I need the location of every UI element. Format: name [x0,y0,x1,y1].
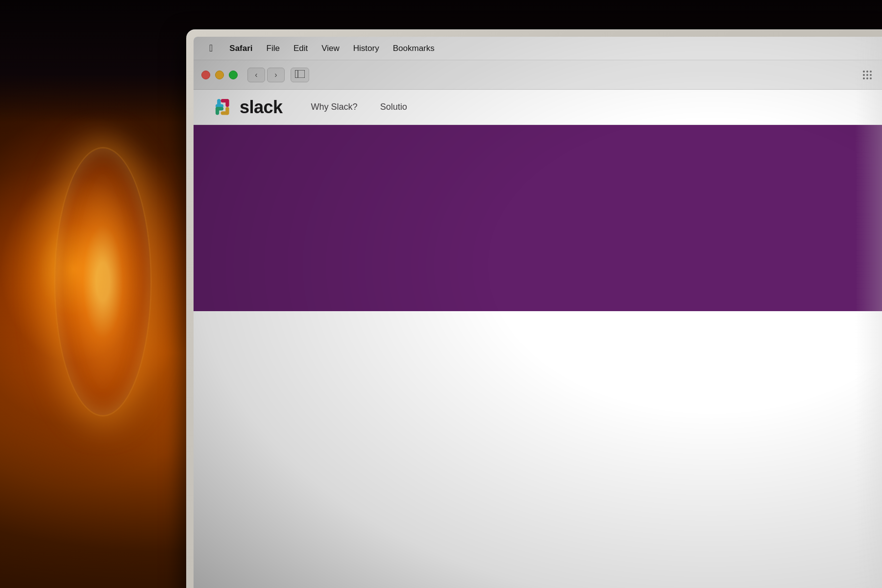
nav-solutions[interactable]: Solutio [376,100,411,114]
svg-rect-1 [295,70,305,78]
slack-navbar: slack Why Slack? Solutio [194,90,882,125]
svg-point-6 [866,74,868,76]
grid-view-button[interactable] [858,68,877,82]
svg-point-2 [863,71,865,73]
minimize-button[interactable] [215,71,224,79]
forward-icon: › [274,71,277,79]
slack-wordmark-text: slack [240,97,283,118]
svg-point-4 [870,71,872,73]
svg-point-7 [870,74,872,76]
laptop-screen:  Safari File Edit View History Bookmark… [194,37,882,588]
svg-rect-0 [295,70,298,78]
svg-rect-14 [216,107,223,110]
laptop-bezel:  Safari File Edit View History Bookmark… [186,29,882,588]
browser-toolbar: ‹ › [194,60,882,90]
webpage-content: slack Why Slack? Solutio [194,90,882,588]
sidebar-toggle-icon [295,70,305,79]
nav-buttons: ‹ › [247,68,285,82]
maximize-button[interactable] [229,71,238,79]
menubar-history[interactable]: History [346,42,386,55]
slack-logo[interactable]: slack [213,97,283,118]
slack-hero-section [194,125,882,311]
svg-rect-18 [225,107,229,115]
svg-point-9 [866,77,868,79]
svg-point-10 [870,77,872,79]
forward-button[interactable]: › [267,68,285,82]
macos-menubar:  Safari File Edit View History Bookmark… [194,37,882,60]
svg-point-3 [866,71,868,73]
sidebar-toggle-button[interactable] [291,68,309,82]
nav-why-slack[interactable]: Why Slack? [307,100,362,114]
menubar-view[interactable]: View [315,42,346,55]
svg-point-5 [863,74,865,76]
svg-point-8 [863,77,865,79]
traffic-lights [201,71,238,79]
lamp-body [39,122,176,466]
close-button[interactable] [201,71,210,79]
back-button[interactable]: ‹ [247,68,265,82]
back-icon: ‹ [255,71,257,79]
menubar-edit[interactable]: Edit [287,42,315,55]
apple-menu[interactable]:  [203,41,219,56]
lamp-filament [54,147,152,416]
menubar-safari[interactable]: Safari [222,42,259,55]
svg-rect-16 [225,98,229,106]
menubar-file[interactable]: File [260,42,287,55]
menubar-bookmarks[interactable]: Bookmarks [386,42,441,55]
slack-logo-icon [213,97,235,118]
